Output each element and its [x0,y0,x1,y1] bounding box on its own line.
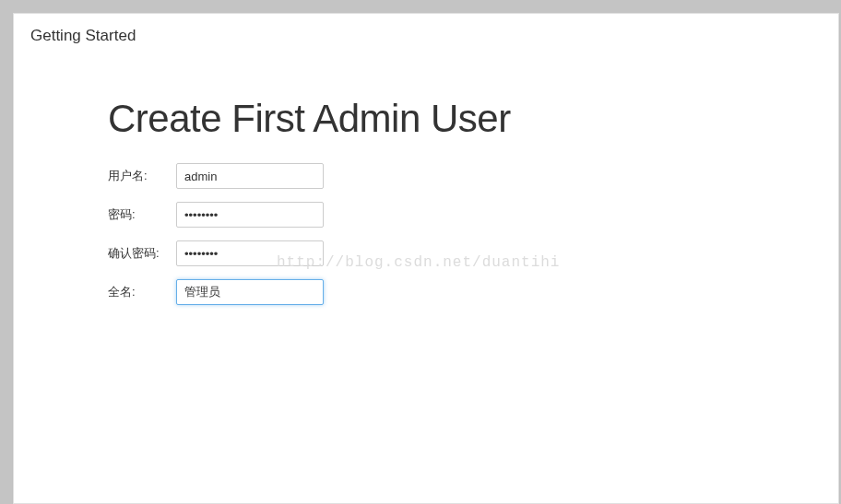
page-title: Create First Admin User [108,97,838,141]
confirm-password-label: 确认密码: [108,245,176,262]
form-row-fullname: 全名: [108,279,838,305]
getting-started-panel: Getting Started Create First Admin User … [13,13,839,504]
panel-content: Create First Admin User 用户名: 密码: 确认密码: 全… [14,58,838,305]
password-label: 密码: [108,206,176,223]
fullname-input[interactable] [176,279,324,305]
username-input[interactable] [176,163,324,189]
password-input[interactable] [176,202,324,228]
username-label: 用户名: [108,168,176,184]
form-row-password: 密码: [108,202,838,228]
form-row-username: 用户名: [108,163,838,189]
confirm-password-input[interactable] [176,240,324,266]
panel-title: Getting Started [30,27,136,44]
form-row-confirm: 确认密码: [108,240,838,266]
panel-header: Getting Started [14,14,838,58]
fullname-label: 全名: [108,284,176,300]
